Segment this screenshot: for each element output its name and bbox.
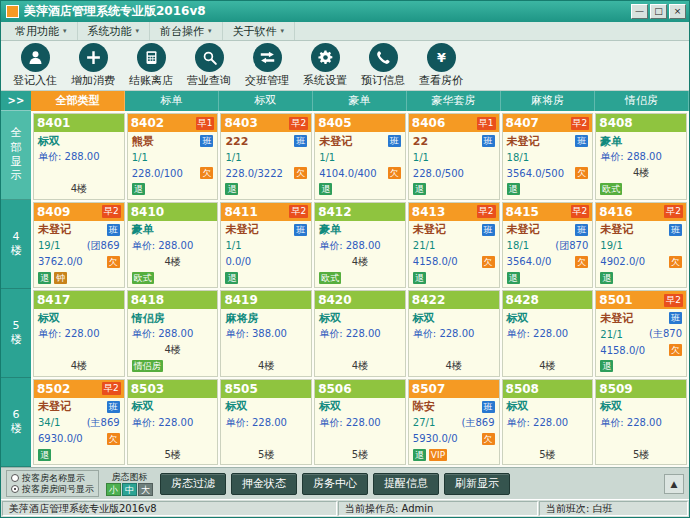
display-by-room-name-radio[interactable]: 按客房名称显示 xyxy=(11,473,94,484)
room-card-8401[interactable]: 8401标双单价: 288.004楼 xyxy=(33,113,125,200)
display-by-room-number-radio[interactable]: 按客房房间号显示 xyxy=(11,484,94,495)
room-card-8407[interactable]: 8407早2未登记班18/13564.0/500欠退 xyxy=(502,113,594,200)
group-number: (团869 xyxy=(87,239,120,253)
unit-price: 单价: 288.00 xyxy=(600,150,662,164)
type-row: 标双 xyxy=(38,311,120,326)
price-row: 单价: 228.00 xyxy=(319,327,401,342)
status-badges-row: 退 xyxy=(600,270,682,285)
sidebar-floor-6[interactable]: 6楼 xyxy=(1,378,31,467)
room-card-8415[interactable]: 8415早2未登记班18/1(团8703564.0/0欠退 xyxy=(502,202,594,289)
room-number: 8401 xyxy=(37,116,70,130)
room-card-body: 标双单价: 228.004楼 xyxy=(409,309,499,376)
room-card-8509[interactable]: 8509标双单价: 228.005楼 xyxy=(595,379,687,466)
room-card-8420[interactable]: 8420标双单价: 228.004楼 xyxy=(314,290,406,377)
minimize-button[interactable]: — xyxy=(631,4,648,19)
room-card-8402[interactable]: 8402早1熊景班1/1228.0/100欠退 xyxy=(127,113,219,200)
menu-common-functions[interactable]: 常用功能▾ xyxy=(5,22,78,40)
room-number: 8507 xyxy=(412,382,445,396)
room-card-body: 未登记班19/1(团8693762.0/0欠退钟 xyxy=(34,221,124,288)
room-card-8506[interactable]: 8506标双单价: 228.005楼 xyxy=(314,379,406,466)
room-card-8410[interactable]: 8410豪单单价: 288.004楼欧式 xyxy=(127,202,219,289)
housekeeping-center-button[interactable]: 房务中心 xyxy=(302,473,368,495)
guest-row: 222班 xyxy=(225,134,307,149)
floor-label: 4楼 xyxy=(507,359,589,373)
price-row: 单价: 228.00 xyxy=(319,415,401,430)
room-rate-button[interactable]: ¥查看房价 xyxy=(413,43,469,88)
room-number: 8415 xyxy=(506,205,539,219)
sidebar-floor-4[interactable]: 4楼 xyxy=(1,200,31,289)
sidebar-show-all[interactable]: 全部显示 xyxy=(1,111,31,200)
room-number: 8410 xyxy=(131,205,164,219)
checkout-badge: 退 xyxy=(225,272,238,284)
room-card-header: 8413早2 xyxy=(409,203,499,221)
room-card-8419[interactable]: 8419麻将房单价: 388.004楼 xyxy=(220,290,312,377)
room-card-header: 8509 xyxy=(596,380,686,398)
tab-deluxe-single[interactable]: 豪单 xyxy=(313,91,407,111)
room-number: 8502 xyxy=(37,382,70,396)
room-card-8508[interactable]: 8508标双单价: 228.005楼 xyxy=(502,379,594,466)
room-card-body: 标双单价: 228.004楼 xyxy=(503,309,593,376)
maximize-button[interactable]: □ xyxy=(650,4,667,19)
room-card-8428[interactable]: 8428标双单价: 228.004楼 xyxy=(502,290,594,377)
room-card-8405[interactable]: 8405未登记班1/14104.0/400欠退 xyxy=(314,113,406,200)
close-button[interactable]: × xyxy=(669,4,686,19)
room-number: 8422 xyxy=(412,293,445,307)
settings-button[interactable]: 系统设置 xyxy=(297,43,353,88)
menu-frontdesk-operations[interactable]: 前台操作▾ xyxy=(150,22,223,40)
icon-size-large-button[interactable]: 大 xyxy=(138,483,153,496)
icon-size-small-button[interactable]: 小 xyxy=(106,483,121,496)
room-card-8505[interactable]: 8505标双单价: 228.005楼 xyxy=(220,379,312,466)
tab-all-types[interactable]: 全部类型 xyxy=(31,91,125,111)
business-query-button[interactable]: 营业查询 xyxy=(181,43,237,88)
menu-about-software[interactable]: 关于软件▾ xyxy=(223,22,296,40)
tab-deluxe-suite[interactable]: 豪华套房 xyxy=(407,91,501,111)
sidebar-floor-5[interactable]: 5楼 xyxy=(1,289,31,378)
tab-mahjong-room[interactable]: 麻将房 xyxy=(501,91,595,111)
refresh-display-button[interactable]: 刷新显示 xyxy=(444,473,510,495)
status-bar: 美萍酒店管理系统专业版2016v8 当前操作员: Admin 当前班次: 白班 xyxy=(1,499,689,517)
reminder-info-button[interactable]: 提醒信息 xyxy=(373,473,439,495)
room-number: 8413 xyxy=(412,205,445,219)
amount-row: 6930.0/0欠 xyxy=(38,431,120,446)
room-card-8416[interactable]: 8416早2未登记班19/14902.0/0欠退 xyxy=(595,202,687,289)
room-card-8501[interactable]: 8501早2未登记班21/1(主8704158.0/0欠退 xyxy=(595,290,687,377)
scroll-up-button[interactable]: ▲ xyxy=(664,474,684,494)
add-consume-button[interactable]: 增加消费 xyxy=(65,43,121,88)
tab-standard-single[interactable]: 标单 xyxy=(125,91,219,111)
toolbar: 登记入住增加消费结账离店营业查询交班管理系统设置预订信息¥查看房价 xyxy=(1,41,689,91)
room-card-8409[interactable]: 8409早2未登记班19/1(团8693762.0/0欠退钟 xyxy=(33,202,125,289)
menu-system-functions[interactable]: 系统功能▾ xyxy=(78,22,151,40)
room-type: 情侣房 xyxy=(132,311,165,326)
icon-size-medium-button[interactable]: 中 xyxy=(122,483,137,496)
sidebar-expand-button[interactable]: >> xyxy=(1,91,31,111)
room-number: 8406 xyxy=(412,116,445,130)
status-badges-row: 欧式 xyxy=(319,270,401,285)
reservation-info-button[interactable]: 预订信息 xyxy=(355,43,411,88)
room-card-8417[interactable]: 8417标双单价: 228.004楼 xyxy=(33,290,125,377)
room-card-body: 标双单价: 228.004楼 xyxy=(315,309,405,376)
room-card-8412[interactable]: 8412豪单单价: 288.004楼欧式 xyxy=(314,202,406,289)
checkin-button[interactable]: 登记入住 xyxy=(7,43,63,88)
room-card-8408[interactable]: 8408豪单单价: 288.004楼欧式 xyxy=(595,113,687,200)
room-card-8403[interactable]: 8403早2222班1/1228.0/3222欠退 xyxy=(220,113,312,200)
room-card-8418[interactable]: 8418情侣房单价: 288.004楼情侣房 xyxy=(127,290,219,377)
room-card-8422[interactable]: 8422标双单价: 228.004楼 xyxy=(408,290,500,377)
checkout-button[interactable]: 结账离店 xyxy=(123,43,179,88)
deposit-status-button[interactable]: 押金状态 xyxy=(231,473,297,495)
room-card-8503[interactable]: 8503标双单价: 228.005楼 xyxy=(127,379,219,466)
room-card-8406[interactable]: 8406早122班1/1228.0/500退 xyxy=(408,113,500,200)
amount-row: 3762.0/0欠 xyxy=(38,254,120,269)
room-card-8502[interactable]: 8502早2未登记班34/1(主8696930.0/0欠退 xyxy=(33,379,125,466)
room-card-header: 8411早2 xyxy=(221,203,311,221)
room-status-filter-button[interactable]: 房态过滤 xyxy=(160,473,226,495)
room-card-8413[interactable]: 8413早2未登记班21/14158.0/0欠退 xyxy=(408,202,500,289)
tab-couple-room[interactable]: 情侣房 xyxy=(595,91,689,111)
tab-standard-double[interactable]: 标双 xyxy=(219,91,313,111)
room-card-8411[interactable]: 8411早2未登记班1/10.0/0退 xyxy=(220,202,312,289)
app-title: 美萍酒店管理系统专业版2016v8 xyxy=(24,3,629,20)
room-card-header: 8507 xyxy=(409,380,499,398)
room-card-8507[interactable]: 8507陈安班27/1(主8695930.0/0欠退VIP xyxy=(408,379,500,466)
room-card-body: 麻将房单价: 388.004楼 xyxy=(221,309,311,376)
price-row: 单价: 288.00 xyxy=(132,238,214,253)
shift-manage-button[interactable]: 交班管理 xyxy=(239,43,295,88)
